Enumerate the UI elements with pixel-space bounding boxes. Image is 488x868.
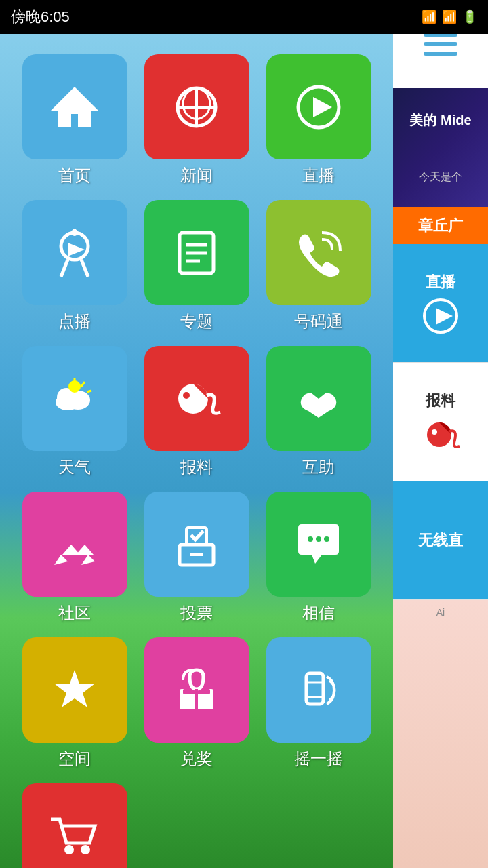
shake-label: 摇一摇 <box>294 748 343 770</box>
svg-point-40 <box>64 845 74 854</box>
svg-point-8 <box>71 229 78 236</box>
report-label: 报料 <box>180 456 213 478</box>
svg-point-30 <box>308 536 313 542</box>
wuxian-btn-label: 无线直 <box>418 530 463 551</box>
svg-line-18 <box>81 382 85 387</box>
left-panel: 首页 新闻 直播 <box>0 34 393 868</box>
svg-marker-0 <box>51 87 98 127</box>
grid-item-topic[interactable]: 专题 <box>142 200 251 332</box>
ad-brand: 美的 Mide <box>409 111 471 130</box>
bottom-placeholder: Ai <box>436 607 445 618</box>
svg-point-20 <box>68 380 81 393</box>
grid-item-message[interactable]: 相信 <box>264 492 373 624</box>
status-time: 傍晚6:05 <box>11 7 70 27</box>
svg-marker-9 <box>68 243 85 256</box>
grid-item-help[interactable]: 互助 <box>264 346 373 478</box>
space-label: 空间 <box>58 748 91 770</box>
menu-button[interactable] <box>424 33 458 56</box>
message-label: 相信 <box>302 602 335 624</box>
svg-marker-43 <box>436 308 453 325</box>
svg-marker-33 <box>54 670 95 707</box>
ondemand-label: 点播 <box>58 311 91 332</box>
redeem-label: 兑奖 <box>180 748 213 770</box>
grid-item-vote[interactable]: 投票 <box>142 492 251 624</box>
topic-label: 专题 <box>180 311 213 332</box>
right-btn-wuxian[interactable]: 无线直 <box>393 481 488 600</box>
community-label: 社区 <box>58 602 91 624</box>
grid-item-ondemand[interactable]: 点播 <box>20 200 129 332</box>
menu-line-2 <box>424 42 458 46</box>
app-grid: 首页 新闻 直播 <box>20 54 373 868</box>
grid-item-shop[interactable]: 抢购 <box>20 783 129 868</box>
grid-item-space[interactable]: 空间 <box>20 637 129 770</box>
help-label: 互助 <box>302 456 335 478</box>
grid-item-weather[interactable]: 天气 <box>20 346 129 478</box>
grid-item-community[interactable]: 社区 <box>20 492 129 624</box>
status-bar: 傍晚6:05 📶 📶 🔋 <box>0 0 488 34</box>
svg-point-45 <box>432 429 437 435</box>
grid-item-shake[interactable]: 摇一摇 <box>264 637 373 770</box>
svg-point-16 <box>56 394 80 410</box>
orange-bar-text: 章丘广 <box>418 216 463 236</box>
ad-sub: 今天是个 <box>409 170 471 184</box>
svg-point-22 <box>183 392 190 399</box>
grid-item-redeem[interactable]: 兑奖 <box>142 637 251 770</box>
grid-item-phone[interactable]: 号码通 <box>264 200 373 332</box>
live-btn-label: 直播 <box>426 272 455 292</box>
right-bottom-content: Ai <box>393 600 488 868</box>
grid-item-news[interactable]: 新闻 <box>142 54 251 186</box>
grid-item-report[interactable]: 报料 <box>142 346 251 478</box>
phone-label: 号码通 <box>294 311 343 332</box>
right-panel: 美的 Mide 今天是个 章丘广 直播 报料 无线直 Ai <box>393 0 488 868</box>
svg-line-19 <box>87 391 92 392</box>
orange-bar[interactable]: 章丘广 <box>393 207 488 244</box>
home-label: 首页 <box>58 165 91 186</box>
svg-marker-25 <box>81 555 95 565</box>
status-icons: 📶 📶 🔋 <box>422 9 477 24</box>
grid-item-live[interactable]: 直播 <box>264 54 373 186</box>
news-label: 新闻 <box>180 165 213 186</box>
svg-point-41 <box>81 845 90 854</box>
baoliao-btn-label: 报料 <box>426 391 455 411</box>
svg-rect-37 <box>306 673 323 704</box>
ad-banner[interactable]: 美的 Mide 今天是个 <box>393 88 488 207</box>
svg-marker-5 <box>313 97 332 117</box>
signal-icon: 📶 <box>442 9 457 24</box>
live-label: 直播 <box>302 165 335 186</box>
menu-line-3 <box>424 52 458 56</box>
battery-icon: 🔋 <box>462 9 477 24</box>
svg-point-32 <box>324 536 329 542</box>
wifi-icon: 📶 <box>422 9 436 24</box>
right-btn-baoliao[interactable]: 报料 <box>393 363 488 481</box>
right-btn-live[interactable]: 直播 <box>393 244 488 363</box>
grid-item-home[interactable]: 首页 <box>20 54 129 186</box>
svg-marker-23 <box>54 555 68 565</box>
vote-label: 投票 <box>180 602 213 624</box>
svg-point-31 <box>316 536 321 542</box>
weather-label: 天气 <box>58 456 91 478</box>
svg-marker-26 <box>76 545 94 555</box>
